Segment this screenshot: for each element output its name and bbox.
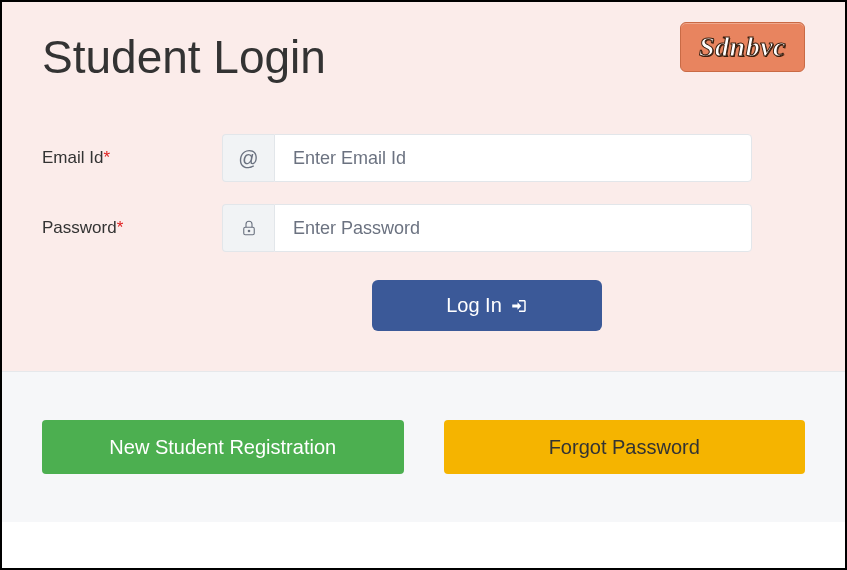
at-sign-icon: @ <box>222 134 274 182</box>
email-row: Email Id* @ <box>42 134 805 182</box>
login-button-label: Log In <box>446 294 502 317</box>
password-input[interactable] <box>274 204 752 252</box>
password-label: Password* <box>42 218 222 238</box>
footer-panel: New Student Registration Forgot Password <box>2 371 845 522</box>
login-panel: Sdnbvc Student Login Email Id* @ Passwor… <box>2 2 845 371</box>
email-input-group: @ <box>222 134 752 182</box>
svg-point-1 <box>248 230 250 232</box>
email-label-text: Email Id <box>42 148 103 167</box>
login-button-row: Log In <box>42 280 752 331</box>
login-button[interactable]: Log In <box>372 280 602 331</box>
forgot-password-button[interactable]: Forgot Password <box>444 420 806 474</box>
new-registration-button[interactable]: New Student Registration <box>42 420 404 474</box>
lock-icon <box>222 204 274 252</box>
password-input-group <box>222 204 752 252</box>
email-label: Email Id* <box>42 148 222 168</box>
login-arrow-icon <box>510 297 528 315</box>
email-input[interactable] <box>274 134 752 182</box>
required-mark: * <box>117 218 124 237</box>
password-row: Password* <box>42 204 805 252</box>
required-mark: * <box>103 148 110 167</box>
password-label-text: Password <box>42 218 117 237</box>
brand-name: Sdnbvc <box>699 31 786 62</box>
brand-badge: Sdnbvc <box>680 22 805 72</box>
